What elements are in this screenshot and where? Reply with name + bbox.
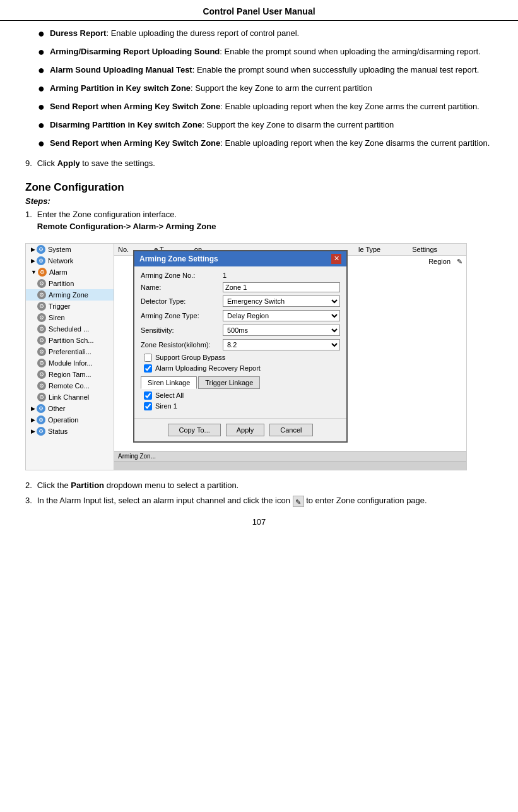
- remote-co-icon: ⚙: [37, 381, 46, 390]
- steps-label: Steps:: [25, 196, 493, 206]
- checklist-select-all: Select All: [141, 391, 340, 400]
- sidebar-item-link-channel[interactable]: ⚙ Link Channel: [26, 391, 114, 403]
- sidebar-item-system[interactable]: ▶ ⚙ System: [26, 244, 114, 255]
- label-alarm-uploading: Alarm Uploading Recovery Report: [155, 364, 261, 372]
- system-icon: ⚙: [37, 245, 45, 254]
- screenshot: ▶ ⚙ System ▶ ⚙ Network ▼ ⚙ Alarm ⚙ Parti…: [25, 243, 467, 470]
- checkbox-siren1[interactable]: [144, 402, 152, 410]
- sidebar-item-alarm[interactable]: ▼ ⚙ Alarm: [26, 266, 114, 278]
- field-name: Name:: [141, 282, 340, 292]
- sidebar-label-link-channel: Link Channel: [49, 393, 89, 401]
- sidebar-item-region-tam[interactable]: ⚙ Region Tam...: [26, 369, 114, 380]
- apply-button[interactable]: Apply: [226, 424, 265, 436]
- numbered-list: 9. Click Apply to save the settings.: [25, 157, 493, 170]
- partition-sch-icon: ⚙: [37, 336, 46, 345]
- sidebar-label-partition-sch: Partition Sch...: [49, 337, 94, 344]
- module-info-icon: ⚙: [37, 359, 46, 367]
- chevron-right-icon: ▶: [31, 246, 35, 253]
- sidebar-label-module-info: Module Infor...: [49, 359, 93, 367]
- sidebar-label-preferential: Preferentiali...: [49, 348, 91, 355]
- edit-icon: ✎: [293, 496, 304, 507]
- page-number: 107: [25, 517, 493, 527]
- checkbox-select-all[interactable]: [144, 391, 152, 400]
- steps-2-3: 2. Click the Partition dropdown menu to …: [25, 479, 493, 507]
- dialog-footer: Copy To... Apply Cancel: [134, 418, 346, 441]
- bullet-send-report-arm: ● Send Report when Arming Key Switch Zon…: [38, 100, 493, 116]
- select-resistor-wrap: 8.2: [223, 339, 340, 350]
- sidebar-item-scheduled[interactable]: ⚙ Scheduled ...: [26, 323, 114, 335]
- sidebar-item-preferential[interactable]: ⚙ Preferentiali...: [26, 346, 114, 357]
- status-icon: ⚙: [37, 427, 45, 436]
- step-2: 2. Click the Partition dropdown menu to …: [25, 479, 493, 492]
- operation-icon: ⚙: [37, 415, 45, 424]
- sidebar-label-alarm: Alarm: [49, 268, 68, 276]
- bullet-text: Arming Partition in Key switch Zone: Sup…: [50, 82, 493, 95]
- label-zone-type: Arming Zone Type:: [141, 312, 223, 319]
- bullet-text: Send Report when Arming Key Switch Zone:…: [50, 137, 493, 150]
- cancel-button[interactable]: Cancel: [269, 424, 312, 436]
- other-icon: ⚙: [37, 404, 45, 413]
- scheduled-icon: ⚙: [37, 325, 46, 333]
- label-detector-type: Detector Type:: [141, 297, 223, 305]
- section-title: Zone Configuration: [25, 181, 493, 194]
- steps-list: 1. Enter the Zone configuration interfac…: [25, 208, 493, 238]
- tab-trigger-linkage[interactable]: Trigger Linkage: [198, 376, 260, 389]
- step-3: 3. In the Alarm Input list, select an al…: [25, 494, 493, 507]
- col-le-type: le Type: [358, 246, 380, 253]
- sidebar-item-siren[interactable]: ⚙ Siren: [26, 312, 114, 323]
- sidebar-label-network: Network: [48, 257, 73, 265]
- bottom-bar-label: Arming Zon...: [118, 453, 156, 460]
- chevron-right-icon: ▶: [31, 405, 35, 412]
- copy-to-button[interactable]: Copy To...: [168, 424, 220, 436]
- select-detector-type[interactable]: Emergency Switch: [223, 296, 340, 307]
- checkbox-alarm-uploading: Alarm Uploading Recovery Report: [141, 364, 340, 373]
- checkbox-support-bypass-input[interactable]: [144, 354, 152, 362]
- chevron-right-icon: ▶: [31, 428, 35, 434]
- field-zone-resistor: Zone Resistor(kilohm): 8.2: [141, 339, 340, 350]
- sidebar-label-region-tam: Region Tam...: [49, 371, 91, 378]
- sidebar-item-other[interactable]: ▶ ⚙ Other: [26, 403, 114, 414]
- preferential-icon: ⚙: [37, 347, 46, 356]
- sidebar-item-status[interactable]: ▶ ⚙ Status: [26, 426, 114, 437]
- siren-icon: ⚙: [37, 313, 46, 322]
- sidebar-item-arming-zone[interactable]: ⚙ Arming Zone: [26, 289, 114, 301]
- sidebar-label-partition: Partition: [49, 280, 74, 287]
- region-tam-icon: ⚙: [37, 370, 46, 379]
- sidebar-label-operation: Operation: [48, 416, 78, 424]
- sidebar-item-operation[interactable]: ▶ ⚙ Operation: [26, 414, 114, 426]
- step-9: 9. Click Apply to save the settings.: [25, 157, 493, 170]
- partition-icon: ⚙: [37, 279, 46, 288]
- field-detector-type: Detector Type: Emergency Switch: [141, 296, 340, 307]
- sidebar-item-trigger[interactable]: ⚙ Trigger: [26, 301, 114, 312]
- dialog-titlebar: Arming Zone Settings ✕: [134, 251, 346, 266]
- sidebar-item-partition[interactable]: ⚙ Partition: [26, 278, 114, 289]
- select-sensitivity[interactable]: 500ms: [223, 325, 340, 336]
- bullet-text: Arming/Disarming Report Uploading Sound:…: [50, 45, 493, 58]
- sidebar-item-remote-co[interactable]: ⚙ Remote Co...: [26, 380, 114, 391]
- field-zone-type: Arming Zone Type: Delay Region: [141, 310, 340, 321]
- select-detector-wrap: Emergency Switch: [223, 296, 340, 307]
- sidebar-item-network[interactable]: ▶ ⚙ Network: [26, 255, 114, 266]
- checkbox-alarm-uploading-input[interactable]: [144, 364, 152, 373]
- bullet-duress: ● Duress Report: Enable uploading the du…: [38, 27, 493, 42]
- sidebar-label-system: System: [48, 246, 71, 253]
- checklist-siren1: Siren 1: [141, 402, 340, 410]
- chevron-right-icon: ▶: [31, 417, 35, 423]
- sidebar-label-status: Status: [48, 427, 68, 435]
- dialog-arming-zone: Arming Zone Settings ✕ Arming Zone No.: …: [133, 250, 348, 443]
- tab-siren-linkage[interactable]: Siren Linkage: [141, 376, 197, 389]
- edit-icon[interactable]: ✎: [457, 258, 462, 266]
- dialog-close-button[interactable]: ✕: [331, 254, 341, 264]
- bullet-dot: ●: [38, 25, 45, 42]
- sidebar-item-partition-sch[interactable]: ⚙ Partition Sch...: [26, 335, 114, 346]
- input-name[interactable]: [223, 282, 340, 292]
- bullet-text: Duress Report: Enable uploading the dure…: [50, 27, 493, 40]
- select-zone-resistor[interactable]: 8.2: [223, 339, 340, 350]
- step-1: 1. Enter the Zone configuration interfac…: [25, 208, 493, 238]
- scrollbar-horizontal[interactable]: [114, 461, 466, 470]
- sidebar-item-module-info[interactable]: ⚙ Module Infor...: [26, 357, 114, 369]
- input-name-wrap: [223, 282, 340, 292]
- sidebar-label-trigger: Trigger: [49, 302, 70, 310]
- chevron-right-icon: ▶: [31, 258, 35, 264]
- select-zone-type[interactable]: Delay Region: [223, 310, 340, 321]
